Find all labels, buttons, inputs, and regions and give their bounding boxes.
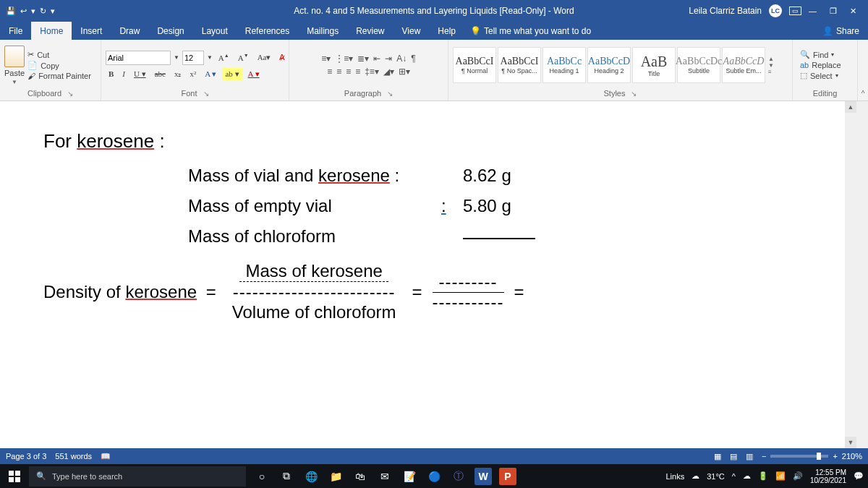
shrink-font-button[interactable]: A▼	[235, 51, 252, 64]
style-no-spacing[interactable]: AaBbCcI¶ No Spac...	[498, 47, 541, 83]
change-case-button[interactable]: Aa▾	[255, 51, 274, 64]
powerpoint-icon[interactable]: P	[499, 468, 516, 485]
whiteboard-icon[interactable]: 📝	[401, 468, 418, 485]
zoom-level[interactable]: 210%	[842, 452, 862, 461]
tab-mailings[interactable]: Mailings	[298, 22, 347, 40]
strike-button[interactable]: abc	[152, 68, 169, 80]
italic-button[interactable]: I	[119, 68, 128, 80]
chevron-down-icon[interactable]: ▾	[31, 7, 35, 16]
user-name[interactable]: Leila Clarriz Batain	[689, 6, 762, 16]
read-mode-icon[interactable]: ▦	[714, 452, 721, 461]
scroll-up-icon[interactable]: ▲	[845, 101, 856, 113]
cortana-icon[interactable]: ○	[253, 468, 271, 485]
minimize-button[interactable]: —	[809, 7, 817, 16]
file-explorer-icon[interactable]: 📁	[327, 468, 344, 485]
battery-icon[interactable]: 🔋	[758, 471, 768, 481]
maximize-button[interactable]: ❐	[830, 7, 837, 16]
vertical-scrollbar[interactable]: ▲ ▼	[845, 101, 856, 448]
teams-icon[interactable]: Ⓣ	[450, 468, 467, 485]
spell-check-icon[interactable]: 📖	[101, 452, 111, 461]
ribbon-display-icon[interactable]: ▭	[789, 7, 801, 15]
weather-temp[interactable]: 31°C	[707, 472, 725, 481]
wifi-icon[interactable]: 📶	[775, 471, 786, 481]
increase-indent-button[interactable]: ⇥	[385, 53, 392, 64]
style-heading1[interactable]: AaBbCcHeading 1	[542, 47, 586, 83]
style-normal[interactable]: AaBbCcI¶ Normal	[453, 47, 496, 83]
dialog-launcher-icon[interactable]: ↘	[67, 90, 73, 98]
undo-icon[interactable]: ↩	[20, 7, 27, 16]
document-area[interactable]: For kerosene : Mass of vial and kerosene…	[0, 101, 868, 448]
text-effects-button[interactable]: A ▾	[202, 68, 219, 80]
user-avatar[interactable]: LC	[769, 4, 782, 17]
replace-button[interactable]: abReplace	[800, 61, 841, 69]
notifications-icon[interactable]: 💬	[854, 471, 864, 481]
align-left-button[interactable]: ≡	[327, 67, 332, 77]
style-subtitle[interactable]: AaBbCcDcSubtitle	[677, 47, 720, 83]
page-indicator[interactable]: Page 3 of 3	[6, 452, 46, 461]
tab-file[interactable]: File	[0, 22, 31, 40]
redo-icon[interactable]: ↻	[40, 7, 46, 16]
onedrive-icon[interactable]: ☁	[743, 471, 751, 481]
tab-review[interactable]: Review	[347, 22, 393, 40]
close-button[interactable]: ✕	[850, 7, 856, 16]
find-button[interactable]: 🔍Find▾	[800, 50, 834, 59]
clock[interactable]: 12:55 PM 10/29/2021	[810, 468, 846, 484]
print-layout-icon[interactable]: ▤	[730, 452, 737, 461]
shading-button[interactable]: ◢▾	[383, 67, 394, 77]
superscript-button[interactable]: x²	[187, 68, 199, 80]
scroll-down-icon[interactable]: ▼	[845, 437, 856, 448]
line-spacing-button[interactable]: ‡≡▾	[365, 67, 379, 77]
underline-button[interactable]: U ▾	[131, 68, 149, 80]
task-view-icon[interactable]: ⧉	[278, 468, 295, 485]
collapse-ribbon-button[interactable]: ^	[858, 40, 868, 100]
autosave-icon[interactable]: 💾	[6, 7, 16, 16]
style-title[interactable]: AaBTitle	[632, 47, 676, 83]
word-icon[interactable]: W	[475, 468, 492, 485]
font-size-input[interactable]	[182, 51, 204, 65]
paste-button[interactable]: Paste ▼	[4, 46, 25, 85]
volume-icon[interactable]: 🔊	[793, 471, 803, 481]
mail-icon[interactable]: ✉	[376, 468, 393, 485]
align-right-button[interactable]: ≡	[346, 67, 351, 77]
tab-references[interactable]: References	[237, 22, 298, 40]
select-button[interactable]: ⬚Select▾	[800, 71, 838, 80]
style-heading2[interactable]: AaBbCcDHeading 2	[587, 47, 631, 83]
links-label[interactable]: Links	[666, 472, 685, 481]
tell-me[interactable]: 💡 Tell me what you want to do	[470, 26, 591, 36]
dialog-launcher-icon[interactable]: ↘	[203, 90, 209, 98]
store-icon[interactable]: 🛍	[352, 468, 369, 485]
tray-expand-icon[interactable]: ^	[732, 472, 736, 481]
bold-button[interactable]: B	[106, 68, 116, 80]
zoom-out-icon[interactable]: −	[762, 452, 766, 461]
edge-icon[interactable]: 🌐	[302, 468, 320, 485]
customize-qat-icon[interactable]: ▾	[51, 7, 55, 16]
tab-view[interactable]: View	[393, 22, 430, 40]
tab-layout[interactable]: Layout	[193, 22, 237, 40]
grow-font-button[interactable]: A▲	[216, 51, 232, 64]
align-center-button[interactable]: ≡	[336, 67, 341, 77]
chrome-icon[interactable]: 🔵	[425, 468, 443, 485]
format-painter-button[interactable]: 🖌Format Painter	[27, 72, 91, 80]
weather-icon[interactable]: ☁	[692, 471, 699, 481]
borders-button[interactable]: ⊞▾	[399, 67, 410, 77]
tab-home[interactable]: Home	[31, 22, 72, 40]
zoom-in-icon[interactable]: +	[833, 452, 837, 461]
styles-gallery-expand[interactable]: ▲▼≡	[768, 56, 774, 75]
zoom-slider[interactable]	[770, 455, 828, 458]
share-button[interactable]: 👤 Share	[822, 26, 868, 36]
show-marks-button[interactable]: ¶	[411, 53, 415, 64]
word-count[interactable]: 551 words	[55, 452, 92, 461]
bullets-button[interactable]: ≡▾	[321, 53, 331, 64]
numbering-button[interactable]: ⋮≡▾	[335, 53, 353, 64]
tab-insert[interactable]: Insert	[72, 22, 111, 40]
justify-button[interactable]: ≡	[355, 67, 360, 77]
clear-format-button[interactable]: A̷	[276, 51, 288, 64]
sort-button[interactable]: A↓	[396, 53, 407, 64]
taskbar-search[interactable]: 🔍 Type here to search	[29, 466, 246, 487]
dialog-launcher-icon[interactable]: ↘	[631, 90, 637, 98]
dialog-launcher-icon[interactable]: ↘	[387, 90, 393, 98]
style-subtle-em[interactable]: AaBbCcDSubtle Em...	[722, 47, 765, 83]
font-color-button[interactable]: A ▾	[245, 68, 263, 80]
cut-button[interactable]: ✂Cut	[27, 50, 91, 59]
zoom-control[interactable]: − + 210%	[762, 452, 862, 461]
